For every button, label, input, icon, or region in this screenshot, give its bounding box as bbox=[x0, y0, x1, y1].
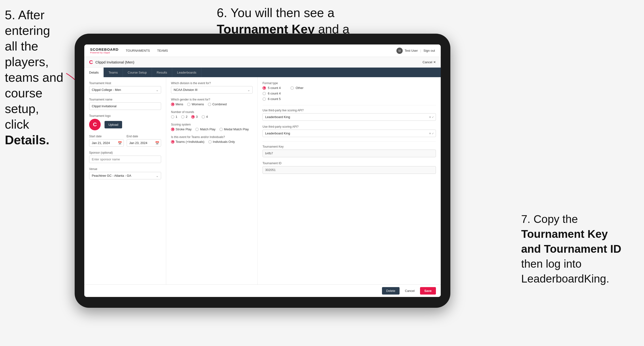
gender-mens-dot bbox=[171, 103, 174, 106]
nav-link-tournaments[interactable]: TOURNAMENTS bbox=[126, 49, 150, 52]
tournament-name-label: Tournament name bbox=[89, 98, 161, 101]
format-6count4[interactable]: 6 count 4 bbox=[262, 92, 281, 95]
section-divider-2 bbox=[262, 141, 436, 142]
calendar-icon-end: 📅 bbox=[155, 141, 159, 145]
format-6count5-dot bbox=[262, 97, 266, 101]
division-label: Which division is the event for? bbox=[171, 82, 253, 85]
teams-teams[interactable]: Teams (+Individuals) bbox=[171, 140, 204, 144]
nav-link-teams[interactable]: TEAMS bbox=[157, 49, 168, 52]
format-5count4-dot bbox=[262, 86, 266, 90]
api2-input[interactable] bbox=[262, 130, 436, 137]
format-6count5[interactable]: 6 count 5 bbox=[262, 97, 281, 101]
venue-group: Venue Peachtree GC - Atlanta - GA bbox=[89, 167, 161, 179]
gender-womens[interactable]: Womens bbox=[187, 102, 204, 106]
gender-mens[interactable]: Mens bbox=[171, 102, 183, 106]
rounds-4-dot bbox=[202, 115, 205, 119]
venue-label: Venue bbox=[89, 167, 161, 171]
tournament-id-group: Tournament ID 302051 bbox=[262, 162, 436, 174]
scoring-radio-group: Stroke Play Match Play Medal Match Play bbox=[171, 127, 253, 131]
rounds-3-dot bbox=[191, 115, 194, 119]
nav-avatar: SI bbox=[396, 48, 403, 54]
rounds-2-dot bbox=[181, 115, 184, 119]
format-list-right: Other bbox=[290, 86, 304, 101]
nav-user: SI Test User | Sign out bbox=[396, 48, 435, 54]
format-6count4-dot bbox=[262, 92, 266, 95]
title-bar-cancel[interactable]: Cancel ✕ bbox=[423, 60, 436, 64]
start-date-label: Start date bbox=[89, 135, 124, 138]
date-group: Start date 📅 End date 📅 bbox=[89, 135, 161, 147]
gender-womens-dot bbox=[187, 103, 190, 106]
api1-input[interactable] bbox=[262, 113, 436, 121]
api2-wrapper: ✕ ✓ bbox=[262, 130, 436, 137]
logo-preview: C bbox=[89, 119, 101, 130]
sponsor-label: Sponsor (optional) bbox=[89, 151, 161, 154]
scoring-medal-match[interactable]: Medal Match Play bbox=[220, 127, 249, 131]
api1-clear[interactable]: ✕ ✓ bbox=[429, 115, 434, 119]
tab-course-setup[interactable]: Course Setup bbox=[123, 68, 152, 77]
scoring-stroke[interactable]: Stroke Play bbox=[171, 127, 192, 131]
nav-logo: SCOREBOARD Powered by clippd bbox=[90, 47, 118, 54]
title-bar: C Clippd Invitational (Men) Cancel ✕ bbox=[84, 57, 441, 68]
rounds-1-dot bbox=[171, 115, 174, 119]
division-select[interactable]: NCAA Division III bbox=[171, 86, 253, 94]
teams-individuals[interactable]: Individuals Only bbox=[208, 140, 235, 144]
rounds-2[interactable]: 2 bbox=[181, 115, 187, 119]
tournament-host-label: Tournament Host bbox=[89, 82, 161, 85]
venue-select[interactable]: Peachtree GC - Atlanta - GA bbox=[89, 172, 161, 179]
api1-wrapper: ✕ ✓ bbox=[262, 113, 436, 121]
end-date-wrapper: 📅 bbox=[127, 139, 161, 147]
tournament-key-label: Tournament Key bbox=[262, 145, 436, 148]
format-other[interactable]: Other bbox=[290, 86, 304, 90]
rounds-label: Number of rounds bbox=[171, 110, 253, 114]
sponsor-input[interactable] bbox=[89, 156, 161, 163]
rounds-group: Number of rounds 1 2 3 bbox=[171, 110, 253, 119]
tournament-host-group: Tournament Host Clippd College - Men bbox=[89, 82, 161, 94]
scoring-match[interactable]: Match Play bbox=[195, 127, 215, 131]
start-date-field: Start date 📅 bbox=[89, 135, 124, 147]
tournament-key-value: b4fb7 bbox=[262, 150, 436, 157]
rounds-1[interactable]: 1 bbox=[171, 115, 177, 119]
teams-teams-dot bbox=[171, 140, 174, 144]
format-5count4[interactable]: 5 count 4 bbox=[262, 86, 281, 90]
tournament-host-select[interactable]: Clippd College - Men bbox=[89, 86, 161, 94]
format-list-left: 5 count 4 6 count 4 6 count 5 bbox=[262, 86, 281, 101]
rounds-4[interactable]: 4 bbox=[202, 115, 208, 119]
top-nav: SCOREBOARD Powered by clippd TOURNAMENTS… bbox=[84, 44, 441, 57]
scoring-group: Scoring system Stroke Play Match Play bbox=[171, 123, 253, 131]
api1-group: Use third-party live scoring API? ✕ ✓ bbox=[262, 109, 436, 121]
teams-radio-group: Teams (+Individuals) Individuals Only bbox=[171, 140, 253, 144]
api1-label: Use third-party live scoring API? bbox=[262, 109, 436, 112]
tournament-id-label: Tournament ID bbox=[262, 162, 436, 165]
tab-results[interactable]: Results bbox=[152, 68, 172, 77]
tournament-name-input[interactable] bbox=[89, 102, 161, 110]
sub-tabs: Details Teams Course Setup Results Leade… bbox=[84, 68, 441, 77]
title-bar-logo: C bbox=[89, 59, 93, 65]
tab-details[interactable]: Details bbox=[84, 68, 104, 77]
main-content: Tournament Host Clippd College - Men Tou… bbox=[84, 77, 441, 284]
cancel-button[interactable]: Cancel bbox=[402, 287, 417, 295]
annotation-left: 5. After entering all the players, teams… bbox=[5, 7, 72, 148]
start-date-wrapper: 📅 bbox=[89, 139, 124, 147]
nav-separator: | bbox=[420, 49, 421, 52]
tablet-screen: SCOREBOARD Powered by clippd TOURNAMENTS… bbox=[84, 44, 441, 297]
gender-radio-group: Mens Womens Combined bbox=[171, 102, 253, 106]
format-other-dot bbox=[290, 86, 294, 90]
api2-group: Use third-party scoring API? ✕ ✓ bbox=[262, 125, 436, 137]
tab-teams[interactable]: Teams bbox=[104, 68, 123, 77]
api2-clear[interactable]: ✕ ✓ bbox=[429, 132, 434, 135]
scoring-stroke-dot bbox=[171, 128, 174, 131]
logo-upload-area: C Upload bbox=[89, 119, 161, 130]
upload-button[interactable]: Upload bbox=[104, 121, 122, 128]
teams-label: Is this event for Teams and/or Individua… bbox=[171, 135, 253, 139]
tab-leaderboards[interactable]: Leaderboards bbox=[172, 68, 201, 77]
gender-label: Which gender is the event for? bbox=[171, 98, 253, 101]
rounds-3[interactable]: 3 bbox=[191, 115, 198, 119]
format-label: Format type bbox=[262, 82, 436, 85]
save-button[interactable]: Save bbox=[420, 287, 436, 295]
tablet-frame: SCOREBOARD Powered by clippd TOURNAMENTS… bbox=[75, 34, 450, 308]
delete-button[interactable]: Delete bbox=[382, 287, 400, 295]
mid-column: Which division is the event for? NCAA Di… bbox=[166, 77, 258, 284]
gender-combined[interactable]: Combined bbox=[208, 102, 227, 106]
nav-signout[interactable]: Sign out bbox=[424, 49, 435, 52]
format-group: Format type 5 count 4 6 count 4 bbox=[262, 82, 436, 101]
